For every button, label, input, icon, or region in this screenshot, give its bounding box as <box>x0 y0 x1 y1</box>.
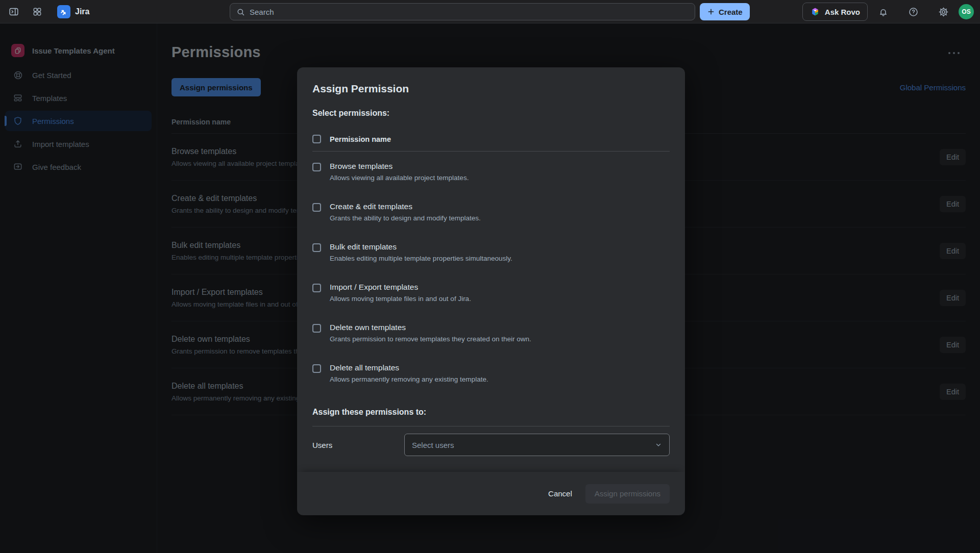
settings-button[interactable] <box>935 3 952 20</box>
permission-option[interactable]: Delete all templates Allows permanently … <box>312 363 670 383</box>
permission-options-list: Browse templates Allows viewing all avai… <box>312 162 670 383</box>
dialog-footer: Cancel Assign permissions <box>297 472 685 515</box>
cancel-button[interactable]: Cancel <box>539 484 581 504</box>
permission-option-description: Allows viewing all available project tem… <box>330 174 469 182</box>
permission-option[interactable]: Bulk edit templates Enables editing mult… <box>312 242 670 262</box>
topbar-left-cluster: Jira <box>5 0 89 23</box>
permission-checkbox[interactable] <box>312 243 321 252</box>
users-select-dropdown[interactable]: Select users <box>404 434 670 456</box>
permission-checkbox[interactable] <box>312 163 321 171</box>
help-button[interactable] <box>904 3 922 20</box>
permission-option[interactable]: Create & edit templates Grants the abili… <box>312 202 670 222</box>
assign-to-label: Assign these permissions to: <box>312 408 670 417</box>
permission-option-name: Create & edit templates <box>330 202 481 211</box>
assign-permissions-submit-button[interactable]: Assign permissions <box>585 484 670 504</box>
dialog-body: Assign Permission Select permissions: Pe… <box>297 67 685 472</box>
divider <box>312 426 670 426</box>
permission-list-header: Permission name <box>312 135 670 152</box>
gear-icon <box>938 7 949 17</box>
users-field-row: Users Select users <box>312 434 670 456</box>
select-permissions-label: Select permissions: <box>312 109 670 118</box>
permission-option-description: Grants permission to remove templates th… <box>330 335 531 343</box>
search-icon <box>236 8 245 16</box>
dialog-title: Assign Permission <box>312 83 670 95</box>
notifications-button[interactable] <box>874 3 892 20</box>
plus-icon <box>707 8 715 16</box>
select-all-checkbox[interactable] <box>312 135 321 143</box>
assign-permission-dialog: Assign Permission Select permissions: Pe… <box>297 67 685 515</box>
permission-checkbox[interactable] <box>312 364 321 373</box>
permission-checkbox[interactable] <box>312 284 321 292</box>
permission-option-name: Browse templates <box>330 162 469 171</box>
users-label: Users <box>312 441 404 449</box>
search-input[interactable]: Search <box>230 3 695 20</box>
permission-option[interactable]: Browse templates Allows viewing all avai… <box>312 162 670 182</box>
sidebar-toggle-icon <box>8 6 19 17</box>
user-avatar[interactable]: OS <box>959 4 974 19</box>
permission-option[interactable]: Import / Export templates Allows moving … <box>312 283 670 303</box>
question-circle-icon <box>908 7 919 17</box>
rovo-logo-icon <box>810 7 820 17</box>
users-select-placeholder: Select users <box>412 441 454 449</box>
create-button[interactable]: Create <box>700 3 750 20</box>
list-header-label: Permission name <box>330 135 391 143</box>
permission-option-description: Allows moving template files in and out … <box>330 295 471 303</box>
permission-option-name: Delete all templates <box>330 363 488 372</box>
topbar-right-cluster: Ask Rovo <box>802 0 974 23</box>
jira-logo-icon[interactable] <box>57 5 70 18</box>
permission-option-description: Grants the ability to design and modify … <box>330 214 481 222</box>
search-placeholder: Search <box>250 8 274 16</box>
top-navigation-bar: Jira Search Create <box>0 0 980 23</box>
app-name: Jira <box>75 7 89 16</box>
permission-option[interactable]: Delete own templates Grants permission t… <box>312 323 670 343</box>
app-switcher-button[interactable] <box>29 3 46 20</box>
permission-option-name: Bulk edit templates <box>330 242 512 252</box>
permission-option-name: Import / Export templates <box>330 283 471 292</box>
permission-checkbox[interactable] <box>312 203 321 212</box>
bell-icon <box>878 7 889 17</box>
permission-option-name: Delete own templates <box>330 323 531 332</box>
permission-option-description: Allows permanently removing any existing… <box>330 375 488 383</box>
chevron-down-icon <box>655 441 662 448</box>
app-grid-icon <box>32 7 42 17</box>
ask-rovo-button[interactable]: Ask Rovo <box>802 3 868 21</box>
permission-option-description: Enables editing multiple template proper… <box>330 255 512 262</box>
permission-checkbox[interactable] <box>312 324 321 333</box>
sidebar-toggle-button[interactable] <box>5 3 22 20</box>
